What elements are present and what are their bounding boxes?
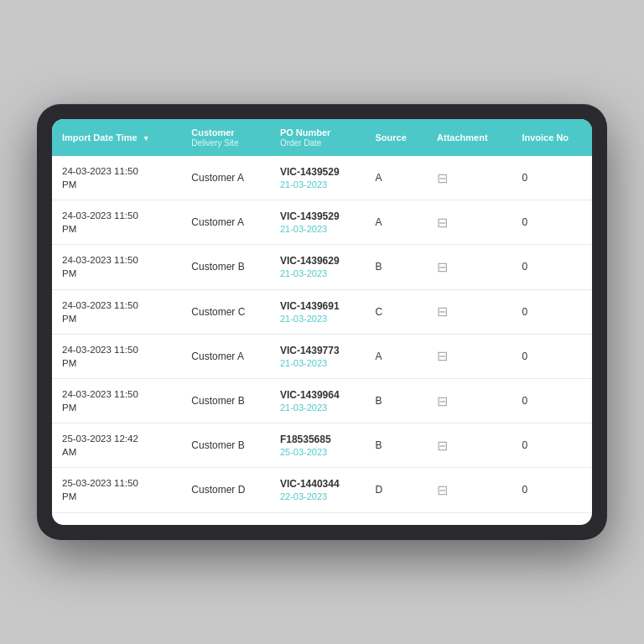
cell-source: C bbox=[366, 289, 428, 334]
cell-po-number: VIC-144034422-03-2023 bbox=[270, 468, 366, 512]
cell-source: A bbox=[366, 156, 428, 200]
cell-po-number: VIC-143969121-03-2023 bbox=[270, 289, 366, 334]
table-row[interactable]: 24-03-2023 11:50PMCustomer AVIC-14397732… bbox=[52, 334, 592, 378]
table-row[interactable]: 24-03-2023 11:50PMCustomer AVIC-14395292… bbox=[52, 156, 592, 200]
cell-invoice-no: 0 bbox=[512, 245, 592, 289]
sort-icon-import-date: ▼ bbox=[143, 134, 150, 143]
cell-invoice-no: 0 bbox=[512, 423, 592, 468]
cell-attachment: ⊟ bbox=[427, 156, 512, 200]
cell-attachment: ⊟ bbox=[427, 289, 512, 334]
cell-invoice-no: 0 bbox=[512, 334, 592, 378]
po-number-value: VIC-1439529 bbox=[280, 166, 356, 178]
cell-customer: Customer D bbox=[181, 468, 270, 512]
attachment-icon[interactable]: ⊟ bbox=[437, 171, 448, 185]
cell-po-number: VIC-143977321-03-2023 bbox=[270, 334, 366, 378]
col-label-customer: Customer bbox=[191, 127, 234, 138]
attachment-icon[interactable]: ⊟ bbox=[437, 483, 448, 497]
cell-source: D bbox=[366, 512, 428, 525]
cell-import-date: 24-03-2023 11:50PM bbox=[52, 245, 181, 289]
po-number-value: VIC-1439691 bbox=[280, 300, 356, 312]
cell-customer: Customer C bbox=[181, 289, 270, 334]
data-table: Import Date Time ▼ Customer Delivery Sit… bbox=[52, 119, 592, 525]
order-date-value: 21-03-2023 bbox=[280, 314, 356, 324]
cell-invoice-no: 0 bbox=[512, 378, 592, 423]
table-body: 24-03-2023 11:50PMCustomer AVIC-14395292… bbox=[52, 156, 592, 525]
cell-import-date: 25-03-2023 12:42AM bbox=[52, 423, 181, 468]
order-date-value: 21-03-2023 bbox=[280, 268, 356, 278]
cell-customer: Customer A bbox=[181, 200, 270, 245]
cell-attachment: ⊟ bbox=[427, 512, 512, 525]
attachment-icon[interactable]: ⊟ bbox=[437, 260, 448, 274]
cell-attachment: ⊟ bbox=[427, 200, 512, 245]
col-header-attachment: Attachment bbox=[427, 119, 512, 156]
import-date-value: 25-03-2023 12:42AM bbox=[62, 432, 171, 459]
cell-import-date: 24-03-2023 11:50PM bbox=[52, 334, 181, 378]
table-row[interactable]: 25-03-2023 11:50PMCustomer DVIC-14405212… bbox=[52, 512, 592, 525]
table-row[interactable]: 24-03-2023 11:50PMCustomer BVIC-14396292… bbox=[52, 245, 592, 289]
cell-customer: Customer D bbox=[181, 512, 270, 525]
col-sublabel-order-date: Order Date bbox=[280, 138, 356, 148]
table-row[interactable]: 24-03-2023 11:50PMCustomer BVIC-14399642… bbox=[52, 378, 592, 423]
table-row[interactable]: 25-03-2023 11:50PMCustomer DVIC-14403442… bbox=[52, 468, 592, 512]
cell-import-date: 24-03-2023 11:50PM bbox=[52, 200, 181, 245]
cell-customer: Customer B bbox=[181, 378, 270, 423]
attachment-icon[interactable]: ⊟ bbox=[437, 439, 448, 453]
cell-attachment: ⊟ bbox=[427, 378, 512, 423]
cell-po-number: VIC-143996421-03-2023 bbox=[270, 378, 366, 423]
attachment-icon[interactable]: ⊟ bbox=[437, 304, 448, 319]
cell-attachment: ⊟ bbox=[427, 423, 512, 468]
cell-import-date: 24-03-2023 11:50PM bbox=[52, 378, 181, 423]
import-date-value: 25-03-2023 11:50PM bbox=[62, 522, 171, 526]
cell-invoice-no: 0 bbox=[512, 289, 592, 334]
tablet-screen: Import Date Time ▼ Customer Delivery Sit… bbox=[52, 119, 592, 525]
po-number-value: VIC-1439773 bbox=[280, 345, 356, 356]
col-header-import-date[interactable]: Import Date Time ▼ bbox=[52, 119, 181, 156]
po-number-value: VIC-1440344 bbox=[280, 478, 356, 490]
order-date-value: 25-03-2023 bbox=[280, 447, 356, 457]
attachment-icon[interactable]: ⊟ bbox=[437, 349, 448, 363]
cell-invoice-no: 0 bbox=[512, 200, 592, 245]
table-row[interactable]: 24-03-2023 11:50PMCustomer CVIC-14396912… bbox=[52, 289, 592, 334]
cell-source: D bbox=[366, 468, 428, 512]
cell-source: B bbox=[366, 423, 428, 468]
cell-source: B bbox=[366, 245, 428, 289]
po-number-value: VIC-1439964 bbox=[280, 389, 356, 401]
col-sublabel-customer: Delivery Site bbox=[191, 138, 260, 148]
table-header-row: Import Date Time ▼ Customer Delivery Sit… bbox=[52, 119, 592, 156]
tablet-frame: Import Date Time ▼ Customer Delivery Sit… bbox=[37, 104, 607, 540]
cell-invoice-no: 0 bbox=[512, 468, 592, 512]
cell-customer: Customer B bbox=[181, 245, 270, 289]
import-date-value: 24-03-2023 11:50PM bbox=[62, 387, 171, 414]
import-date-value: 24-03-2023 11:50PM bbox=[62, 299, 171, 325]
cell-po-number: VIC-143952921-03-2023 bbox=[270, 200, 366, 245]
cell-po-number: VIC-144052122-03-2023 bbox=[270, 512, 366, 525]
table-row[interactable]: 24-03-2023 11:50PMCustomer AVIC-14395292… bbox=[52, 200, 592, 245]
import-date-value: 24-03-2023 11:50PM bbox=[62, 164, 171, 191]
attachment-icon[interactable]: ⊟ bbox=[437, 216, 448, 230]
cell-source: A bbox=[366, 334, 428, 378]
cell-import-date: 24-03-2023 11:50PM bbox=[52, 289, 181, 334]
cell-import-date: 25-03-2023 11:50PM bbox=[52, 512, 181, 525]
import-date-value: 24-03-2023 11:50PM bbox=[62, 209, 171, 236]
cell-customer: Customer A bbox=[181, 334, 270, 378]
import-date-value: 25-03-2023 11:50PM bbox=[62, 476, 171, 503]
col-label-attachment: Attachment bbox=[437, 132, 488, 143]
cell-import-date: 24-03-2023 11:50PM bbox=[52, 156, 181, 200]
po-number-value: VIC-1439529 bbox=[280, 210, 356, 222]
order-date-value: 21-03-2023 bbox=[280, 402, 356, 413]
table-container: Import Date Time ▼ Customer Delivery Sit… bbox=[52, 119, 592, 525]
col-header-invoice-no: Invoice No bbox=[512, 119, 592, 156]
cell-source: B bbox=[366, 378, 428, 423]
cell-customer: Customer B bbox=[181, 423, 270, 468]
attachment-icon[interactable]: ⊟ bbox=[437, 394, 448, 408]
col-label-po-number: PO Number bbox=[280, 127, 331, 138]
po-number-value: F18535685 bbox=[280, 434, 356, 445]
cell-attachment: ⊟ bbox=[427, 468, 512, 512]
order-date-value: 21-03-2023 bbox=[280, 179, 356, 190]
cell-customer: Customer A bbox=[181, 156, 270, 200]
cell-invoice-no: 0 bbox=[512, 156, 592, 200]
col-label-import-date: Import Date Time bbox=[62, 132, 138, 143]
col-header-source: Source bbox=[366, 119, 428, 156]
cell-po-number: VIC-143952921-03-2023 bbox=[270, 156, 366, 200]
table-row[interactable]: 25-03-2023 12:42AMCustomer BF1853568525-… bbox=[52, 423, 592, 468]
